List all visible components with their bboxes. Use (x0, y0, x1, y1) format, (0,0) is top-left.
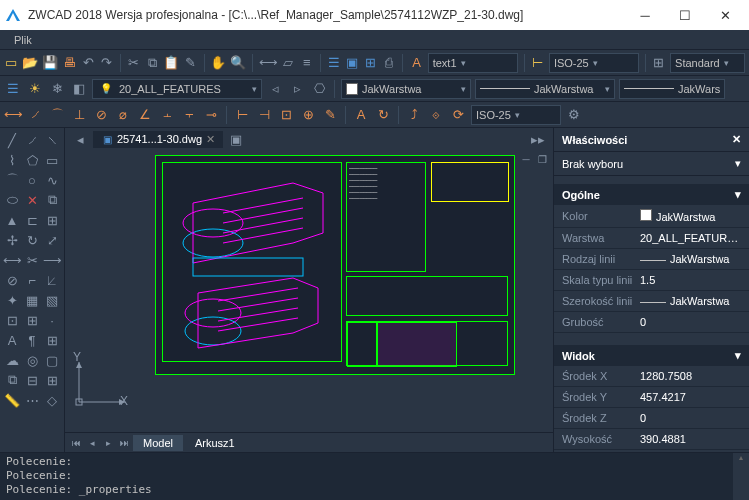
property-row[interactable]: Wysokość390.4881 (554, 429, 749, 450)
tab-close-icon[interactable]: ✕ (206, 133, 215, 146)
new-tab-icon[interactable]: ▣ (227, 130, 245, 148)
chamfer-icon[interactable]: ⟀ (43, 271, 61, 289)
explode-icon[interactable]: ✦ (3, 291, 21, 309)
new-icon[interactable]: ▭ (4, 54, 18, 72)
properties-icon[interactable]: ▣ (345, 54, 359, 72)
table-icon[interactable]: ⊞ (652, 54, 666, 72)
array-icon[interactable]: ⊞ (43, 211, 61, 229)
property-row[interactable]: Środek X1280.7508 (554, 366, 749, 387)
insert-icon[interactable]: ⊞ (23, 311, 41, 329)
minimize-button[interactable]: ─ (625, 0, 665, 30)
layers-icon[interactable]: ☰ (327, 54, 341, 72)
dim-ordinate-icon[interactable]: ⊥ (70, 106, 88, 124)
spline-icon[interactable]: ∿ (43, 171, 61, 189)
dim-style-manager-icon[interactable]: ⚙ (565, 106, 583, 124)
section-general[interactable]: Ogólne ▾ (554, 184, 749, 205)
dim-diameter-icon[interactable]: ⌀ (114, 106, 132, 124)
offset-icon[interactable]: ⊏ (23, 211, 41, 229)
arc-icon[interactable]: ⌒ (3, 171, 21, 189)
stretch-icon[interactable]: ⟷ (3, 251, 21, 269)
tab-nav-left[interactable]: ◂ (71, 130, 89, 148)
dim-override-icon[interactable]: ⟐ (427, 106, 445, 124)
fillet-icon[interactable]: ⌐ (23, 271, 41, 289)
distance-icon[interactable]: ⟷ (259, 54, 277, 72)
hatch-icon[interactable]: ▦ (23, 291, 41, 309)
dim-edit-icon[interactable]: ✎ (321, 106, 339, 124)
tab-prev[interactable]: ◂ (85, 436, 99, 450)
point-icon[interactable]: · (43, 311, 61, 329)
extend-icon[interactable]: ⟶ (43, 251, 61, 269)
menu-file[interactable]: Plik (6, 32, 40, 48)
document-tab[interactable]: ▣ 25741...1-30.dwg ✕ (93, 131, 223, 148)
print-icon[interactable]: 🖶 (62, 54, 76, 72)
property-row[interactable]: Środek Y457.4217 (554, 387, 749, 408)
dim-style2-dropdown[interactable]: ISO-25▾ (471, 105, 561, 125)
layer-state-icon[interactable]: ☀ (26, 80, 44, 98)
color-dropdown[interactable]: JakWarstwa▾ (341, 79, 471, 99)
dim-icon[interactable]: ⊢ (530, 54, 544, 72)
dim-aligned-icon[interactable]: ⟋ (26, 106, 44, 124)
dim-baseline-icon[interactable]: ⫟ (180, 106, 198, 124)
tool1-icon[interactable]: ⎙ (382, 54, 396, 72)
drawing-canvas[interactable]: ─ ❐ (65, 150, 553, 432)
redo-icon[interactable]: ↷ (99, 54, 113, 72)
property-row[interactable]: Szerokość liniiJakWarstwa (554, 291, 749, 312)
selection-dropdown[interactable]: Brak wyboru ▾ (554, 152, 749, 176)
property-row[interactable]: Rodzaj liniiJakWarstwa (554, 249, 749, 270)
boundary-icon[interactable]: ◇ (43, 391, 61, 409)
command-scrollbar[interactable]: ▴ ▾ (733, 453, 749, 500)
cut-icon[interactable]: ✂ (126, 54, 140, 72)
dim-tedit-icon[interactable]: A (352, 106, 370, 124)
dim-quick-icon[interactable]: ⫠ (158, 106, 176, 124)
move-icon[interactable]: ✢ (3, 231, 21, 249)
layer-next-icon[interactable]: ▹ (288, 80, 306, 98)
property-row[interactable]: Warstwa20_ALL_FEATURES (554, 228, 749, 249)
divide-icon[interactable]: ⋯ (23, 391, 41, 409)
text-tool-icon[interactable]: A (3, 331, 21, 349)
region-icon[interactable]: ▧ (43, 291, 61, 309)
mirror-icon[interactable]: ▲ (3, 211, 21, 229)
erase-icon[interactable]: ✕ (23, 191, 41, 209)
circle-icon[interactable]: ○ (23, 171, 41, 189)
dim-style-dropdown[interactable]: ISO-25▾ (549, 53, 639, 73)
copy-obj-icon[interactable]: ⧉ (43, 191, 61, 209)
dim-angular-icon[interactable]: ∠ (136, 106, 154, 124)
dim-space-icon[interactable]: ⊢ (233, 106, 251, 124)
list-icon[interactable]: ≡ (300, 54, 314, 72)
section-view[interactable]: Widok ▾ (554, 345, 749, 366)
xref-icon[interactable]: ⊞ (364, 54, 378, 72)
property-row[interactable]: KolorJakWarstwa (554, 205, 749, 228)
block-icon[interactable]: ⊡ (3, 311, 21, 329)
polygon-icon[interactable]: ⬠ (23, 151, 41, 169)
revcloud-icon[interactable]: ☁ (3, 351, 21, 369)
center-mark-icon[interactable]: ⊕ (299, 106, 317, 124)
undo-icon[interactable]: ↶ (81, 54, 95, 72)
table-tool-icon[interactable]: ⊞ (43, 331, 61, 349)
tab-first[interactable]: ⏮ (69, 436, 83, 450)
tolerance-icon[interactable]: ⊡ (277, 106, 295, 124)
text-style-dropdown[interactable]: text1▾ (428, 53, 518, 73)
match-icon[interactable]: ✎ (183, 54, 197, 72)
draworder-icon[interactable]: ⧉ (3, 371, 21, 389)
ungroup-icon[interactable]: ⊞ (43, 371, 61, 389)
layer-manager-icon[interactable]: ☰ (4, 80, 22, 98)
tab-nav-right[interactable]: ▸▸ (529, 130, 547, 148)
property-row[interactable]: Skala typu linii1.5 (554, 270, 749, 291)
ray-icon[interactable]: ⟋ (23, 131, 41, 149)
properties-close-icon[interactable]: ✕ (732, 133, 741, 146)
save-icon[interactable]: 💾 (42, 54, 58, 72)
paste-icon[interactable]: 📋 (163, 54, 179, 72)
rotate-icon[interactable]: ↻ (23, 231, 41, 249)
copy-icon[interactable]: ⧉ (145, 54, 159, 72)
property-row[interactable]: Grubość0 (554, 312, 749, 333)
dim-reassoc-icon[interactable]: ⟳ (449, 106, 467, 124)
layer-color-icon[interactable]: ◧ (70, 80, 88, 98)
layout-tab-1[interactable]: Arkusz1 (185, 435, 245, 451)
lineweight-dropdown[interactable]: JakWars (619, 79, 725, 99)
dim-radius-icon[interactable]: ⊘ (92, 106, 110, 124)
rectangle-icon[interactable]: ▭ (43, 151, 61, 169)
dim-update-icon[interactable]: ↻ (374, 106, 392, 124)
text-icon[interactable]: A (409, 54, 423, 72)
donut-icon[interactable]: ◎ (23, 351, 41, 369)
tab-next[interactable]: ▸ (101, 436, 115, 450)
